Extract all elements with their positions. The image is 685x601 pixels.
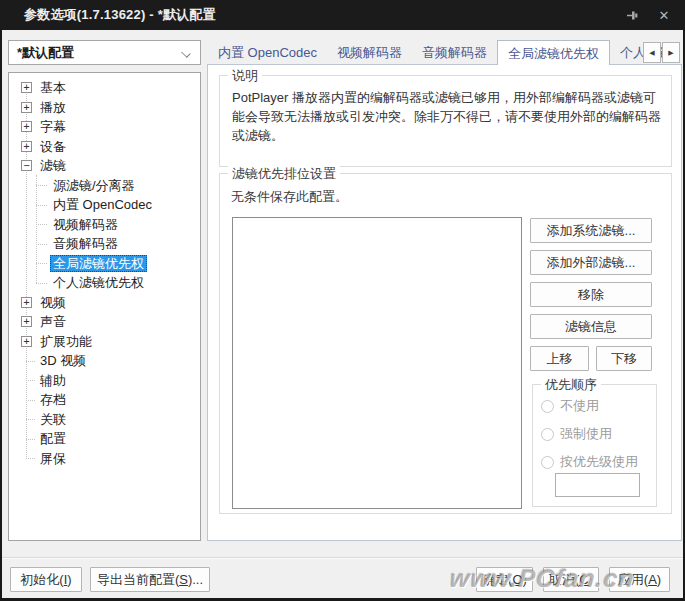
tree-item-archive[interactable]: 存档	[9, 390, 200, 410]
tree-item-association[interactable]: 关联	[9, 410, 200, 430]
apply-button[interactable]: 应用(A)	[609, 567, 670, 592]
tree-item-audio[interactable]: +声音	[9, 312, 200, 332]
options-dialog: 参数选项(1.7.13622) - *默认配置 ✕ *默认配置 内置 OpenC…	[0, 0, 685, 601]
tab-strip: 内置 OpenCodec 视频解码器 音频解码器 全局滤镜优先权 个人滤镜优先权	[208, 40, 666, 65]
expand-plus-icon[interactable]: +	[21, 297, 32, 308]
radio-icon[interactable]	[541, 456, 554, 469]
tab-scroll-right-icon[interactable]: ▶	[662, 42, 680, 63]
expand-plus-icon[interactable]: +	[21, 121, 32, 132]
description-groupbox: 说明 PotPlayer 播放器内置的编解码器或滤镜已够用，用外部编解码器或滤镜…	[219, 75, 672, 167]
expand-plus-icon[interactable]: +	[21, 82, 32, 93]
tree-item-global-filter-priority[interactable]: 全局滤镜优先权	[9, 254, 200, 274]
radio-use-by-priority[interactable]: 按优先级使用	[541, 453, 638, 471]
chevron-down-icon	[182, 49, 190, 57]
tree-item-3d-video[interactable]: 3D 视频	[9, 351, 200, 371]
add-external-filter-button[interactable]: 添加外部滤镜...	[530, 250, 652, 275]
tab-video-decoder[interactable]: 视频解码器	[327, 40, 412, 65]
radio-do-not-use[interactable]: 不使用	[541, 397, 599, 415]
filter-priority-note: 无条件保存此配置。	[231, 188, 348, 206]
filter-priority-groupbox: 滤镜优先排位设置 无条件保存此配置。 添加系统滤镜... 添加外部滤镜... 移…	[219, 173, 672, 514]
tree-item-source-filter[interactable]: 源滤镜/分离器	[9, 176, 200, 196]
filter-priority-legend: 滤镜优先排位设置	[228, 165, 340, 183]
radio-icon[interactable]	[541, 428, 554, 441]
description-text: PotPlayer 播放器内置的编解码器或滤镜已够用，用外部编解码器或滤镜可能会…	[232, 88, 662, 145]
radio-force-use[interactable]: 强制使用	[541, 425, 612, 443]
filter-listbox[interactable]	[232, 217, 522, 509]
preset-dropdown[interactable]: *默认配置	[8, 40, 201, 65]
move-down-button[interactable]: 下移	[596, 346, 652, 371]
footer-separator	[2, 557, 683, 559]
priority-order-legend: 优先顺序	[541, 376, 601, 394]
tree-item-video-decoder[interactable]: 视频解码器	[9, 215, 200, 235]
tab-scroll-left-icon[interactable]: ◀	[643, 42, 661, 63]
description-legend: 说明	[228, 67, 262, 85]
tree-item-misc[interactable]: 辅助	[9, 371, 200, 391]
settings-tree: +基本 +播放 +字幕 +设备 −滤镜 源滤镜/分离器 内置 OpenCodec…	[8, 72, 201, 541]
tab-builtin-opencodec[interactable]: 内置 OpenCodec	[208, 40, 327, 65]
radio-label: 强制使用	[560, 425, 612, 443]
tree-item-device[interactable]: +设备	[9, 137, 200, 157]
radio-icon[interactable]	[541, 400, 554, 413]
expand-plus-icon[interactable]: +	[21, 316, 32, 327]
tree-item-config[interactable]: 配置	[9, 429, 200, 449]
tree-item-builtin-opencodec[interactable]: 内置 OpenCodec	[9, 195, 200, 215]
add-system-filter-button[interactable]: 添加系统滤镜...	[530, 218, 652, 243]
initialize-button[interactable]: 初始化(I)	[10, 567, 82, 592]
tree-item-audio-decoder[interactable]: 音频解码器	[9, 234, 200, 254]
tree-item-playback[interactable]: +播放	[9, 98, 200, 118]
radio-label: 不使用	[560, 397, 599, 415]
tree-item-extensions[interactable]: +扩展功能	[9, 332, 200, 352]
tree-item-personal-filter-priority[interactable]: 个人滤镜优先权	[9, 273, 200, 293]
radio-label: 按优先级使用	[560, 453, 638, 471]
close-icon[interactable]: ✕	[655, 6, 673, 24]
window-title: 参数选项(1.7.13622) - *默认配置	[24, 6, 216, 24]
expand-plus-icon[interactable]: +	[21, 102, 32, 113]
ok-button[interactable]: 确定(O)	[476, 567, 533, 592]
priority-order-groupbox: 优先顺序 不使用 强制使用 按优先级使用	[532, 384, 657, 507]
tree-item-screensaver[interactable]: 屏保	[9, 449, 200, 469]
cancel-button[interactable]: 取消(C)	[543, 567, 599, 592]
tab-page-global-filter-priority: 说明 PotPlayer 播放器内置的编解码器或滤镜已够用，用外部编解码器或滤镜…	[207, 64, 682, 541]
dialog-client-area: *默认配置 内置 OpenCodec 视频解码器 音频解码器 全局滤镜优先权 个…	[2, 30, 683, 598]
tree-item-subtitles[interactable]: +字幕	[9, 117, 200, 137]
priority-value-input[interactable]	[555, 473, 640, 497]
export-config-button[interactable]: 导出当前配置(S)...	[90, 567, 210, 592]
preset-dropdown-value: *默认配置	[17, 44, 182, 62]
tree-item-basic[interactable]: +基本	[9, 78, 200, 98]
title-bar[interactable]: 参数选项(1.7.13622) - *默认配置 ✕	[0, 0, 685, 30]
pin-icon[interactable]	[623, 6, 641, 24]
move-up-button[interactable]: 上移	[530, 346, 589, 371]
filter-info-button[interactable]: 滤镜信息	[530, 314, 652, 339]
expand-plus-icon[interactable]: +	[21, 141, 32, 152]
expand-minus-icon[interactable]: −	[21, 160, 32, 171]
tree-item-filters[interactable]: −滤镜	[9, 156, 200, 176]
tree-item-video[interactable]: +视频	[9, 293, 200, 313]
expand-plus-icon[interactable]: +	[21, 336, 32, 347]
remove-filter-button[interactable]: 移除	[530, 282, 652, 307]
tab-audio-decoder[interactable]: 音频解码器	[412, 40, 497, 65]
tab-global-filter-priority[interactable]: 全局滤镜优先权	[497, 40, 610, 65]
